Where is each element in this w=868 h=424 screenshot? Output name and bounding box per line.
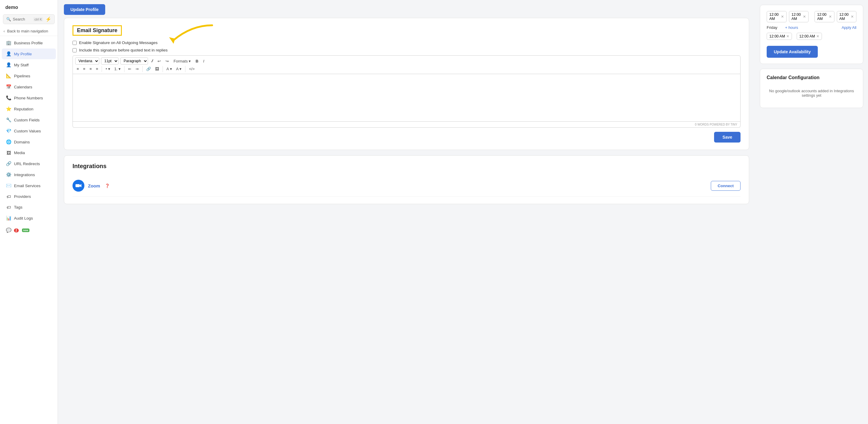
back-to-main-nav[interactable]: ‹ Back to main navigation: [0, 27, 58, 36]
time-pair-2: 12:00 AM ✕ 12:00 AM ✕: [814, 11, 857, 22]
search-bar[interactable]: 🔍 Search ctrl K ⚡: [3, 14, 55, 24]
time-clear-3[interactable]: ✕: [829, 15, 832, 19]
sidebar-item-reputation[interactable]: ⭐Reputation: [2, 104, 56, 114]
sidebar-item-tags[interactable]: 🏷Tags: [2, 202, 56, 213]
sidebar-item-email-services[interactable]: ✉️Email Services: [2, 180, 56, 191]
editor-toolbar: Verdana 11pt Paragraph 𝑰 ↩ ↪ Formats ▾ B…: [72, 55, 741, 74]
font-color-btn[interactable]: A ▾: [165, 66, 174, 72]
time-select-start-2[interactable]: 12:00 AM ✕: [814, 11, 834, 22]
update-availability-row: Update Availability: [767, 43, 857, 58]
search-icon: 🔍: [6, 17, 11, 22]
sidebar-item-chat[interactable]: 💬 2 new: [2, 225, 56, 236]
enable-signature-label: Enable Signature on All Outgoing Message…: [79, 40, 157, 45]
align-center-btn[interactable]: ≡: [82, 66, 87, 72]
font-size-select[interactable]: 11pt: [101, 57, 119, 64]
ordered-list-btn[interactable]: 1. ▾: [113, 66, 122, 72]
apply-all-link[interactable]: Apply All: [842, 25, 857, 30]
sidebar-item-url-redirects[interactable]: 🔗URL Redirects: [2, 158, 56, 169]
font-family-select[interactable]: Verdana: [75, 57, 99, 64]
audit-logs-icon: 📊: [6, 216, 11, 221]
my-profile-icon: 👤: [6, 51, 11, 57]
zoom-connect-button[interactable]: Connect: [711, 181, 741, 191]
sidebar-item-label-providers: Providers: [14, 194, 52, 199]
sidebar-item-my-profile[interactable]: 👤My Profile: [2, 49, 56, 59]
undo-btn[interactable]: ↩: [156, 58, 162, 64]
divider4: [162, 66, 163, 72]
app-logo: demo: [0, 0, 58, 13]
code-btn[interactable]: </>: [187, 66, 196, 72]
my-staff-icon: 👤: [6, 62, 11, 67]
providers-icon: 🏷: [6, 194, 11, 199]
friday-time-clear[interactable]: ✕: [786, 34, 789, 38]
friday-time-start[interactable]: 12:00 AM ✕: [767, 33, 792, 40]
add-hours-link[interactable]: + hours: [785, 25, 798, 30]
italic-btn2[interactable]: I: [202, 58, 206, 64]
include-signature-checkbox[interactable]: [72, 48, 77, 52]
integrations-section: Integrations Zoom ❓ Connect: [64, 155, 749, 204]
calendar-config-note: No google/outlook accounts added in Inte…: [767, 85, 857, 102]
chat-icon: 💬: [6, 228, 11, 233]
italic-btn[interactable]: 𝑰: [150, 58, 154, 64]
sidebar-item-pipelines[interactable]: 📐Pipelines: [2, 70, 56, 81]
friday-time-end[interactable]: 12:00 AM ✕: [797, 33, 822, 40]
time-select-end-2[interactable]: 12:00 AM ✕: [837, 11, 857, 22]
time-select-end-1[interactable]: 12:00 AM ✕: [789, 11, 809, 22]
formats-btn[interactable]: Formats ▾: [172, 58, 192, 64]
indent-increase-btn[interactable]: ⇒: [134, 66, 140, 72]
link-btn[interactable]: 🔗: [145, 66, 152, 72]
integrations-icon: ⚙️: [6, 172, 11, 177]
sidebar-item-domains[interactable]: 🌐Domains: [2, 137, 56, 147]
sidebar-item-label-calendars: Calendars: [14, 85, 52, 89]
bold-btn[interactable]: B: [194, 58, 200, 64]
time-clear-1[interactable]: ✕: [781, 15, 784, 19]
include-signature-row[interactable]: Include this signature before quoted tex…: [72, 48, 741, 52]
align-left-btn[interactable]: ≡: [75, 66, 81, 72]
update-availability-button[interactable]: Update Availability: [767, 46, 818, 58]
availability-section: 12:00 AM ✕ 12:00 AM ✕ 12:00 AM ✕ 12:00 A…: [760, 5, 863, 64]
sidebar-item-custom-values[interactable]: 💎Custom Values: [2, 125, 56, 136]
time-clear-4[interactable]: ✕: [851, 15, 854, 19]
enable-signature-checkbox[interactable]: [72, 41, 77, 45]
calendar-config-section: Calendar Configuration No google/outlook…: [760, 69, 863, 108]
time-value-1: 12:00 AM: [769, 12, 780, 21]
sidebar-item-phone-numbers[interactable]: 📞Phone Numbers: [2, 92, 56, 103]
sidebar-item-label-tags: Tags: [14, 205, 52, 209]
editor-body[interactable]: [72, 74, 741, 122]
lightning-icon[interactable]: ⚡: [45, 17, 52, 22]
main-content: Update Profile Email Signature Enable Si…: [58, 0, 868, 424]
sidebar-item-label-phone-numbers: Phone Numbers: [14, 96, 52, 100]
time-clear-2[interactable]: ✕: [803, 15, 806, 19]
sidebar-item-my-staff[interactable]: 👤My Staff: [2, 59, 56, 70]
sidebar-item-business-profile[interactable]: 🏢Business Profile: [2, 37, 56, 48]
zoom-help-icon[interactable]: ❓: [105, 183, 110, 188]
sidebar-item-label-custom-fields: Custom Fields: [14, 118, 52, 122]
update-profile-button[interactable]: Update Profile: [64, 4, 105, 15]
sidebar-item-integrations[interactable]: ⚙️Integrations: [2, 169, 56, 180]
paragraph-select[interactable]: Paragraph: [120, 57, 148, 64]
sidebar-item-calendars[interactable]: 📅Calendars: [2, 82, 56, 92]
image-btn[interactable]: 🖼: [154, 66, 160, 72]
unordered-list-btn[interactable]: • ▾: [104, 66, 112, 72]
bg-color-btn[interactable]: A ▾: [175, 66, 183, 72]
time-select-start-1[interactable]: 12:00 AM ✕: [767, 11, 786, 22]
redo-btn[interactable]: ↪: [164, 58, 170, 64]
save-button[interactable]: Save: [714, 132, 741, 143]
sidebar-item-audit-logs[interactable]: 📊Audit Logs: [2, 213, 56, 223]
friday-time-end-clear[interactable]: ✕: [816, 34, 819, 38]
zoom-name: Zoom: [88, 183, 100, 188]
svg-rect-1: [75, 184, 80, 187]
time-row-top1: 12:00 AM ✕ 12:00 AM ✕ 12:00 AM ✕ 12:00 A…: [767, 11, 857, 22]
sidebar-item-providers[interactable]: 🏷Providers: [2, 191, 56, 202]
zoom-info: Zoom ❓: [72, 180, 110, 192]
right-panel: 12:00 AM ✕ 12:00 AM ✕ 12:00 AM ✕ 12:00 A…: [755, 0, 868, 424]
custom-values-icon: 💎: [6, 128, 11, 134]
enable-signature-row[interactable]: Enable Signature on All Outgoing Message…: [72, 40, 741, 45]
align-right-btn[interactable]: ≡: [88, 66, 93, 72]
back-label: Back to main navigation: [7, 29, 48, 33]
save-row: Save: [72, 132, 741, 143]
sidebar-item-label-reputation: Reputation: [14, 107, 52, 111]
sidebar-item-custom-fields[interactable]: 🔧Custom Fields: [2, 115, 56, 125]
sidebar-item-media[interactable]: 🖼Media: [2, 148, 56, 158]
indent-decrease-btn[interactable]: ⇐: [127, 66, 133, 72]
align-justify-btn[interactable]: ≡: [94, 66, 100, 72]
